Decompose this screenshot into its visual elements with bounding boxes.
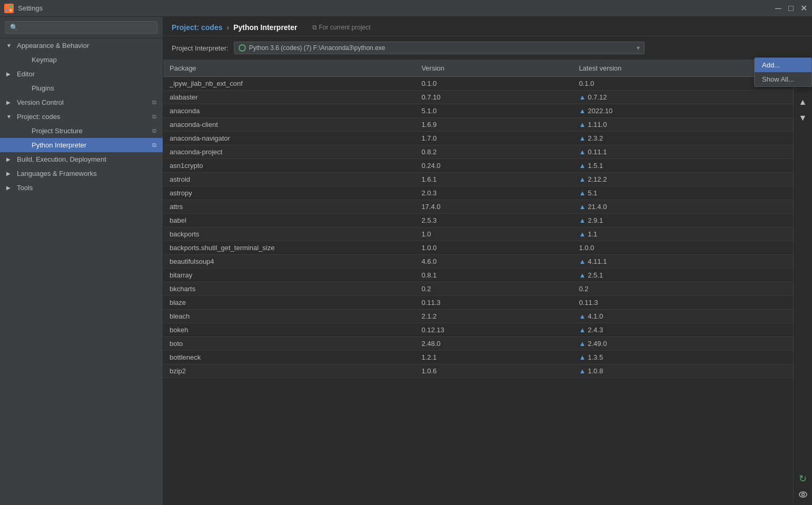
- show-all-button[interactable]: Show All...: [755, 72, 811, 86]
- add-interpreter-button[interactable]: Add...: [755, 58, 811, 72]
- package-name: blaze: [163, 296, 415, 310]
- sidebar-item-editor[interactable]: ▶Editor: [0, 67, 163, 81]
- package-version: 17.4.0: [415, 200, 572, 214]
- table-row[interactable]: anaconda-navigator1.7.0▲2.3.2: [163, 132, 793, 145]
- package-latest-version: ▲1.11.0: [572, 118, 793, 132]
- package-version: 0.7.10: [415, 91, 572, 104]
- table-row[interactable]: alabaster0.7.10▲0.7.12: [163, 91, 793, 104]
- copy-settings-icon: ⧉: [152, 142, 156, 148]
- eye-button[interactable]: [797, 488, 809, 501]
- table-row[interactable]: anaconda-project0.8.2▲0.11.1: [163, 145, 793, 159]
- package-version: 2.5.3: [415, 214, 572, 227]
- table-row[interactable]: backports.shutil_get_terminal_size1.0.01…: [163, 241, 793, 255]
- package-name: alabaster: [163, 91, 415, 104]
- arrow-down-icon: ▼: [6, 114, 14, 120]
- upgrade-arrow-icon: ▲: [579, 216, 586, 224]
- table-row[interactable]: bkcharts0.20.2: [163, 282, 793, 296]
- reload-button[interactable]: ↻: [797, 472, 809, 485]
- maximize-button[interactable]: □: [787, 4, 795, 13]
- package-version: 1.6.9: [415, 118, 572, 132]
- action-buttons: + − ▲ ▼ ↻: [793, 60, 812, 505]
- arrow-right-icon: ▶: [6, 100, 14, 105]
- upgrade-arrow-icon: ▲: [579, 93, 586, 101]
- interpreter-select[interactable]: Python 3.6 (codes) (7) F:\Anaconda3\pyth…: [234, 42, 645, 54]
- table-row[interactable]: bitarray0.8.1▲2.5.1: [163, 269, 793, 282]
- table-row[interactable]: boto2.48.0▲2.49.0: [163, 337, 793, 351]
- table-row[interactable]: bleach2.1.2▲4.1.0: [163, 310, 793, 323]
- sidebar-item-appearance[interactable]: ▼Appearance & Behavior: [0, 38, 163, 53]
- svg-rect-1: [9, 5, 12, 8]
- scroll-up-button[interactable]: ▲: [797, 96, 809, 108]
- package-name: _ipyw_jlab_nb_ext_conf: [163, 77, 415, 91]
- table-row[interactable]: attrs17.4.0▲21.4.0: [163, 200, 793, 214]
- svg-point-4: [799, 492, 807, 497]
- minimize-button[interactable]: ─: [774, 4, 783, 13]
- package-version: 1.0: [415, 227, 572, 241]
- sidebar-item-project-codes[interactable]: ▼Project: codes⧉: [0, 110, 163, 124]
- table-plus-buttons: Package Version Latest version _ipyw_jla…: [163, 60, 812, 505]
- breadcrumb: Project: codes › Python Interpreter ⧉ Fo…: [163, 17, 812, 36]
- package-latest-version: 0.11.3: [572, 296, 793, 310]
- package-latest-version: 0.2: [572, 282, 793, 296]
- sidebar-item-languages[interactable]: ▶Languages & Frameworks: [0, 166, 163, 181]
- close-button[interactable]: ✕: [799, 4, 808, 13]
- table-row[interactable]: asn1crypto0.24.0▲1.5.1: [163, 159, 793, 173]
- package-name: bzip2: [163, 364, 415, 378]
- scroll-down-button[interactable]: ▼: [797, 112, 809, 124]
- copy-settings-icon: ⧉: [152, 127, 156, 134]
- arrow-right-icon: ▶: [6, 71, 14, 77]
- sidebar-item-keymap[interactable]: Keymap: [0, 53, 163, 67]
- package-latest-version: ▲1.5.1: [572, 159, 793, 173]
- table-row[interactable]: anaconda5.1.0▲2022.10: [163, 104, 793, 118]
- breadcrumb-project[interactable]: Project: codes: [172, 23, 222, 32]
- package-version: 2.0.3: [415, 186, 572, 200]
- package-latest-version: ▲2.12.2: [572, 173, 793, 186]
- sidebar-item-label: Project: codes: [17, 113, 149, 121]
- package-name: attrs: [163, 200, 415, 214]
- package-latest-version: ▲0.7.12: [572, 91, 793, 104]
- table-row[interactable]: bokeh0.12.13▲2.4.3: [163, 323, 793, 337]
- table-row[interactable]: _ipyw_jlab_nb_ext_conf0.1.00.1.0: [163, 77, 793, 91]
- sidebar-items: ▼Appearance & BehaviorKeymap▶EditorPlugi…: [0, 38, 163, 195]
- sidebar-item-build-execution[interactable]: ▶Build, Execution, Deployment: [0, 152, 163, 166]
- upgrade-arrow-icon: ▲: [579, 258, 586, 265]
- package-latest-version: ▲2.9.1: [572, 214, 793, 227]
- table-row[interactable]: beautifulsoup44.6.0▲4.11.1: [163, 255, 793, 269]
- upgrade-arrow-icon: ▲: [579, 175, 586, 183]
- upgrade-arrow-icon: ▲: [579, 148, 586, 156]
- sidebar-item-plugins[interactable]: Plugins: [0, 81, 163, 95]
- interpreter-container: Project Interpreter: Python 3.6 (codes) …: [163, 36, 812, 60]
- sidebar-item-label: Keymap: [32, 56, 156, 64]
- svg-rect-3: [9, 9, 12, 12]
- upgrade-arrow-icon: ▲: [579, 162, 586, 170]
- sidebar-item-tools[interactable]: ▶Tools: [0, 181, 163, 195]
- table-row[interactable]: bottleneck1.2.1▲1.3.5: [163, 351, 793, 364]
- green-status-dot: [239, 44, 246, 52]
- table-row[interactable]: babel2.5.3▲2.9.1: [163, 214, 793, 227]
- table-row[interactable]: astropy2.0.3▲5.1: [163, 186, 793, 200]
- arrow-right-icon: ▶: [6, 156, 14, 162]
- sidebar-item-label: Tools: [17, 184, 156, 192]
- sidebar-item-version-control[interactable]: ▶Version Control⧉: [0, 95, 163, 110]
- for-current-project-button[interactable]: ⧉ For current project: [312, 24, 371, 31]
- breadcrumb-current: Python Interpreter: [233, 23, 297, 32]
- sidebar-item-project-structure[interactable]: Project Structure⧉: [0, 124, 163, 138]
- upgrade-arrow-icon: ▲: [579, 230, 586, 238]
- table-row[interactable]: backports1.0▲1.1: [163, 227, 793, 241]
- table-row[interactable]: astroid1.6.1▲2.12.2: [163, 173, 793, 186]
- search-input[interactable]: [5, 21, 157, 34]
- sidebar-item-python-interpreter[interactable]: Python Interpreter⧉: [0, 138, 163, 152]
- package-latest-version: ▲4.11.1: [572, 255, 793, 269]
- search-box: [0, 17, 163, 38]
- table-row[interactable]: blaze0.11.30.11.3: [163, 296, 793, 310]
- package-latest-version: ▲2.49.0: [572, 337, 793, 351]
- upgrade-arrow-icon: ▲: [579, 203, 586, 211]
- package-version: 2.48.0: [415, 337, 572, 351]
- upgrade-arrow-icon: ▲: [579, 271, 586, 279]
- package-version: 0.1.0: [415, 77, 572, 91]
- table-row[interactable]: bzip21.0.6▲1.0.8: [163, 364, 793, 378]
- table-row[interactable]: anaconda-client1.6.9▲1.11.0: [163, 118, 793, 132]
- upgrade-arrow-icon: ▲: [579, 367, 586, 375]
- package-name: anaconda: [163, 104, 415, 118]
- package-name: astroid: [163, 173, 415, 186]
